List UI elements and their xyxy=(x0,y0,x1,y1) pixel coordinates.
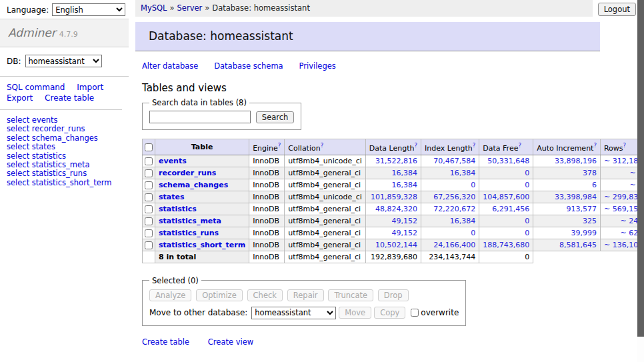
table-link[interactable]: statistics_runs xyxy=(159,229,219,237)
search-input[interactable] xyxy=(149,111,251,123)
index-length-link[interactable]: 24,166,400 xyxy=(433,241,475,249)
sidebar-item-select-states[interactable]: select states xyxy=(7,143,129,151)
auto-increment-link[interactable]: 39,999 xyxy=(571,229,597,237)
app-version[interactable]: 4.7.9 xyxy=(59,30,78,39)
select-all-checkbox[interactable] xyxy=(145,143,153,151)
table-row: recorder_runs InnoDB utf8mb4_general_ci … xyxy=(143,167,644,179)
sidebar-item-select-statistics-meta[interactable]: select statistics_meta xyxy=(7,161,129,169)
help-icon[interactable]: ? xyxy=(321,142,324,149)
index-length-link[interactable]: 70,467,584 xyxy=(433,157,475,165)
data-length-link[interactable]: 49,152 xyxy=(392,217,418,225)
truncate-button[interactable]: Truncate xyxy=(328,289,373,301)
table-link[interactable]: statistics_short_term xyxy=(159,241,245,249)
table-row: statistics InnoDB utf8mb4_general_ci 48,… xyxy=(143,203,644,215)
help-icon[interactable]: ? xyxy=(473,142,476,149)
drop-button[interactable]: Drop xyxy=(378,289,409,301)
engine-total: InnoDB xyxy=(249,251,285,263)
data-length-link[interactable]: 16,384 xyxy=(392,169,418,177)
sidebar-item-select-schema-changes[interactable]: select schema_changes xyxy=(7,134,129,143)
auto-increment-link[interactable]: 33,898,196 xyxy=(555,157,597,165)
row-checkbox[interactable] xyxy=(145,229,153,237)
data-free-link[interactable]: 104,857,600 xyxy=(483,193,529,201)
move-button[interactable]: Move xyxy=(339,307,371,319)
index-length-link[interactable]: 67,256,320 xyxy=(433,193,475,201)
selected-buttons: Analyze Optimize Check Repair Truncate D… xyxy=(149,289,459,301)
index-length-link[interactable]: 16,384 xyxy=(450,169,476,177)
data-length-link[interactable]: 48,824,320 xyxy=(375,205,417,213)
help-icon[interactable]: ? xyxy=(518,142,521,149)
sidebar-link-export[interactable]: Export xyxy=(7,93,33,103)
auto-increment-link[interactable]: 6 xyxy=(592,181,597,189)
data-free-link[interactable]: 0 xyxy=(525,229,529,237)
table-link[interactable]: schema_changes xyxy=(159,181,228,189)
data-length-link[interactable]: 16,384 xyxy=(392,181,418,189)
auto-increment-link[interactable]: 325 xyxy=(583,217,597,225)
sidebar-link-import[interactable]: Import xyxy=(77,83,103,92)
sidebar-link-sql-command[interactable]: SQL command xyxy=(7,83,65,92)
data-free-link[interactable]: 188,743,680 xyxy=(483,241,529,249)
row-checkbox[interactable] xyxy=(145,181,153,189)
index-length-link[interactable]: 0 xyxy=(471,229,475,237)
col-header-table: Table xyxy=(155,139,249,155)
tables-and-views-heading: Tables and views xyxy=(142,82,637,94)
scrollbar-thumb[interactable] xyxy=(637,0,644,337)
help-icon[interactable]: ? xyxy=(593,142,597,149)
sidebar-item-select-statistics-runs[interactable]: select statistics_runs xyxy=(7,169,129,178)
breadcrumb-link-server[interactable]: Server xyxy=(177,3,203,13)
auto-increment-link[interactable]: 913,577 xyxy=(566,205,597,213)
breadcrumb-current: Database: homeassistant xyxy=(212,3,310,13)
language-select[interactable]: English xyxy=(52,3,125,16)
search-button[interactable]: Search xyxy=(256,111,295,123)
table-link[interactable]: recorder_runs xyxy=(159,169,216,177)
optimize-button[interactable]: Optimize xyxy=(196,289,243,301)
row-checkbox[interactable] xyxy=(145,241,153,249)
table-link[interactable]: statistics xyxy=(159,205,197,213)
sidebar-item-select-events[interactable]: select events xyxy=(7,116,129,125)
row-checkbox[interactable] xyxy=(145,169,153,177)
sidebar-item-select-statistics-short-term[interactable]: select statistics_short_term xyxy=(7,179,129,187)
privileges-link[interactable]: Privileges xyxy=(299,61,335,71)
auto-increment-link[interactable]: 8,581,645 xyxy=(559,241,597,249)
auto-increment-link[interactable]: 378 xyxy=(583,169,597,177)
move-db-select[interactable]: homeassistant xyxy=(251,307,336,319)
overwrite-checkbox[interactable] xyxy=(411,309,419,317)
data-free-link[interactable]: 0 xyxy=(525,217,529,225)
table-link[interactable]: statistics_meta xyxy=(159,217,221,225)
alter-database-link[interactable]: Alter database xyxy=(142,61,198,71)
breadcrumb-link-mysql[interactable]: MySQL xyxy=(141,3,167,13)
data-length-link[interactable]: 101,859,328 xyxy=(371,193,417,201)
data-length-link[interactable]: 31,522,816 xyxy=(375,157,417,165)
row-checkbox[interactable] xyxy=(145,193,153,201)
row-checkbox[interactable] xyxy=(145,157,153,165)
index-length-link[interactable]: 16,384 xyxy=(450,217,476,225)
help-icon[interactable]: ? xyxy=(415,142,418,149)
sidebar-item-select-statistics[interactable]: select statistics xyxy=(7,152,129,161)
index-length-link[interactable]: 0 xyxy=(471,181,475,189)
row-checkbox[interactable] xyxy=(145,205,153,213)
data-free-link[interactable]: 0 xyxy=(525,169,529,177)
analyze-button[interactable]: Analyze xyxy=(149,289,191,301)
data-length-link[interactable]: 49,152 xyxy=(392,229,418,237)
index-length-link[interactable]: 72,220,672 xyxy=(433,205,475,213)
help-icon[interactable]: ? xyxy=(623,142,627,149)
data-length-link[interactable]: 10,502,144 xyxy=(375,241,417,249)
create-table-link[interactable]: Create table xyxy=(142,337,189,347)
data-free-link[interactable]: 50,331,648 xyxy=(487,157,529,165)
col-header-collation: Collation? xyxy=(285,139,365,155)
help-icon[interactable]: ? xyxy=(278,142,281,149)
sidebar-link-create-table[interactable]: Create table xyxy=(45,93,94,103)
database-schema-link[interactable]: Database schema xyxy=(214,61,283,71)
data-free-link[interactable]: 6,291,456 xyxy=(492,205,529,213)
create-view-link[interactable]: Create view xyxy=(208,337,253,347)
scrollbar-track[interactable] xyxy=(637,0,644,362)
table-link[interactable]: events xyxy=(159,157,187,165)
db-select[interactable]: homeassistant xyxy=(25,55,102,67)
check-button[interactable]: Check xyxy=(247,289,283,301)
repair-button[interactable]: Repair xyxy=(287,289,324,301)
table-link[interactable]: states xyxy=(159,193,185,201)
row-checkbox[interactable] xyxy=(145,217,153,225)
data-free-link[interactable]: 0 xyxy=(525,181,529,189)
sidebar-item-select-recorder-runs[interactable]: select recorder_runs xyxy=(7,125,129,133)
copy-button[interactable]: Copy xyxy=(374,307,405,319)
auto-increment-link[interactable]: 33,398,984 xyxy=(555,193,597,201)
